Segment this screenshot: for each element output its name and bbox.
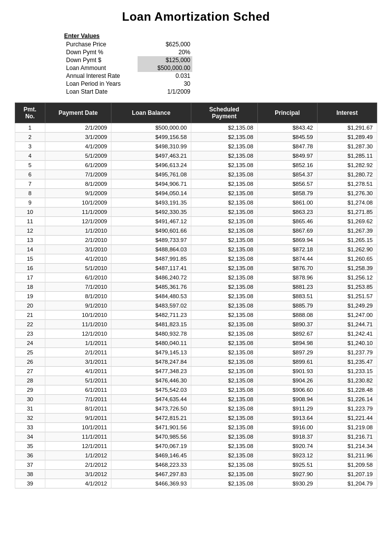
table-cell: 5 (15, 161, 45, 170)
table-cell: $473,726.50 (111, 404, 191, 414)
table-row: 394/1/2012$466,369.93$2,135.08$930.29$1,… (15, 479, 377, 488)
table-cell: 11/1/2010 (45, 320, 111, 329)
col-header-principal: Principal (257, 103, 317, 123)
table-cell: $930.29 (257, 479, 317, 488)
table-cell: $500,000.00 (111, 123, 191, 133)
table-cell: 9 (15, 198, 45, 208)
table-cell: $2,135.08 (191, 385, 257, 395)
table-cell: 4 (15, 151, 45, 161)
table-row: 132/1/2010$489,733.97$2,135.08$869.94$1,… (15, 236, 377, 245)
table-cell: 14 (15, 245, 45, 254)
table-cell: $2,135.08 (191, 198, 257, 208)
table-cell: 27 (15, 367, 45, 376)
table-cell: $1,230.82 (317, 376, 377, 385)
table-cell: $894.98 (257, 339, 317, 348)
table-cell: $496,613.24 (111, 161, 191, 170)
input-field-value: $500,000.00 (138, 64, 192, 72)
table-cell: $482,711.23 (111, 311, 191, 320)
table-cell: $1,276.30 (317, 189, 377, 198)
table-cell: $2,135.08 (191, 479, 257, 488)
table-cell: 9/1/2011 (45, 414, 111, 423)
input-field-value: 20% (138, 48, 192, 56)
col-header-interest: Interest (317, 103, 377, 123)
table-cell: $847.78 (257, 142, 317, 151)
table-cell: $1,204.79 (317, 479, 377, 488)
table-cell: $1,244.71 (317, 320, 377, 329)
table-cell: $1,274.08 (317, 198, 377, 208)
table-cell: $2,135.08 (191, 451, 257, 460)
table-cell: $494,906.71 (111, 179, 191, 189)
table-cell: $911.29 (257, 404, 317, 414)
table-cell: $495,761.08 (111, 170, 191, 179)
table-cell: 3 (15, 142, 45, 151)
table-cell: $1,289.49 (317, 133, 377, 142)
table-cell: 19 (15, 292, 45, 301)
table-cell: $466,369.93 (111, 479, 191, 488)
table-cell: $480,932.78 (111, 329, 191, 339)
table-cell: $1,278.51 (317, 179, 377, 189)
table-row: 361/1/2012$469,146.45$2,135.08$923.12$1,… (15, 451, 377, 460)
table-cell: $858.79 (257, 189, 317, 198)
table-cell: $1,262.90 (317, 245, 377, 254)
table-cell: 5/1/2009 (45, 151, 111, 161)
table-cell: $467,297.83 (111, 470, 191, 479)
table-row: 12/1/2009$500,000.00$2,135.08$843.42$1,2… (15, 123, 377, 133)
table-cell: $480,040.11 (111, 339, 191, 348)
table-cell: $489,733.97 (111, 236, 191, 245)
table-cell: $2,135.08 (191, 189, 257, 198)
table-cell: $499,156.58 (111, 133, 191, 142)
table-row: 67/1/2009$495,761.08$2,135.08$854.37$1,2… (15, 170, 377, 179)
table-cell: 9/1/2010 (45, 301, 111, 311)
table-row: 3512/1/2011$470,067.19$2,135.08$920.74$1… (15, 442, 377, 451)
table-row: 318/1/2011$473,726.50$2,135.08$911.29$1,… (15, 404, 377, 414)
table-row: 187/1/2010$485,361.76$2,135.08$881.23$1,… (15, 282, 377, 292)
table-cell: $475,542.03 (111, 385, 191, 395)
table-cell: $843.42 (257, 123, 317, 133)
table-cell: $1,258.39 (317, 264, 377, 273)
col-header-pmt: Pmt.No. (15, 103, 45, 123)
table-cell: $854.37 (257, 170, 317, 179)
table-cell: $881.23 (257, 282, 317, 292)
table-cell: $1,207.19 (317, 470, 377, 479)
table-cell: $1,228.48 (317, 385, 377, 395)
table-cell: $2,135.08 (191, 432, 257, 442)
table-cell: 6/1/2009 (45, 161, 111, 170)
input-field-label: Annual Interest Rate (64, 72, 138, 80)
table-cell: 13 (15, 236, 45, 245)
table-row: 285/1/2011$476,446.30$2,135.08$904.26$1,… (15, 376, 377, 385)
table-cell: $878.96 (257, 273, 317, 282)
table-cell: $2,135.08 (191, 367, 257, 376)
table-cell: 12 (15, 226, 45, 236)
table-cell: 4/1/2011 (45, 367, 111, 376)
table-cell: 1/1/2010 (45, 226, 111, 236)
table-row: 209/1/2010$483,597.02$2,135.08$885.79$1,… (15, 301, 377, 311)
table-cell: $2,135.08 (191, 292, 257, 301)
table-row: 252/1/2011$479,145.13$2,135.08$897.29$1,… (15, 348, 377, 357)
table-cell: $2,135.08 (191, 236, 257, 245)
table-row: 1011/1/2009$492,330.35$2,135.08$863.23$1… (15, 208, 377, 217)
table-row: 23/1/2009$499,156.58$2,135.08$845.59$1,2… (15, 133, 377, 142)
table-cell: $904.26 (257, 376, 317, 385)
table-row: 121/1/2010$490,601.66$2,135.08$867.69$1,… (15, 226, 377, 236)
table-cell: $1,271.85 (317, 208, 377, 217)
table-cell: $488,864.03 (111, 245, 191, 254)
table-cell: 2/1/2010 (45, 236, 111, 245)
table-cell: $497,463.21 (111, 151, 191, 161)
table-cell: $2,135.08 (191, 357, 257, 367)
table-cell: $2,135.08 (191, 404, 257, 414)
table-cell: $2,135.08 (191, 161, 257, 170)
col-header-date: Payment Date (45, 103, 111, 123)
table-cell: $2,135.08 (191, 320, 257, 329)
input-section-label: Enter Values (64, 33, 377, 39)
table-cell: $1,287.30 (317, 142, 377, 151)
table-row: 329/1/2011$472,815.21$2,135.08$913.64$1,… (15, 414, 377, 423)
table-cell: 31 (15, 404, 45, 414)
table-cell: $2,135.08 (191, 414, 257, 423)
table-cell: $2,135.08 (191, 339, 257, 348)
table-cell: $470,985.56 (111, 432, 191, 442)
table-cell: 12/1/2010 (45, 329, 111, 339)
table-cell: $474,635.44 (111, 395, 191, 404)
table-cell: 17 (15, 273, 45, 282)
table-cell: $920.74 (257, 442, 317, 451)
table-cell: 6 (15, 170, 45, 179)
